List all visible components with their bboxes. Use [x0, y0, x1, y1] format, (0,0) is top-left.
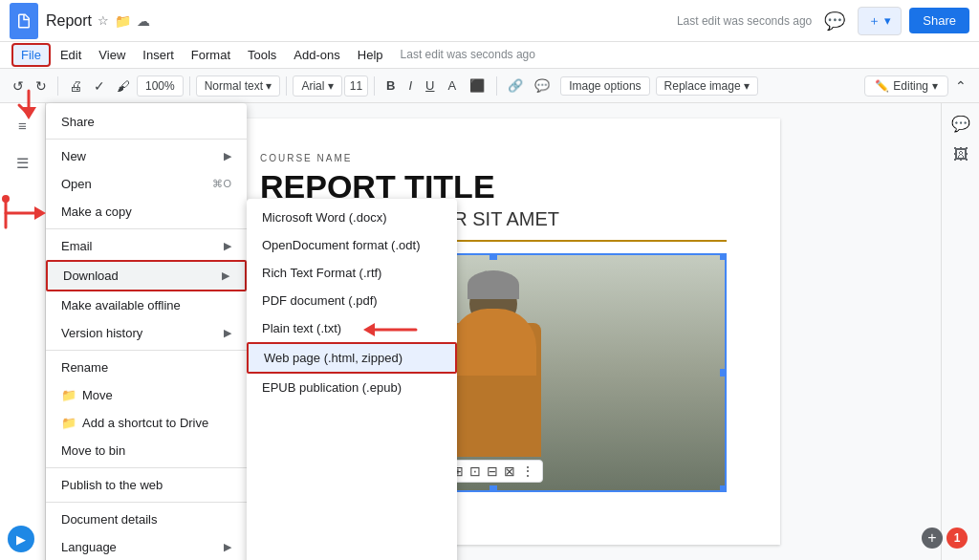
file-menu-item-new[interactable]: New▶	[46, 142, 247, 170]
share-label: Share	[61, 115, 95, 129]
underline-btn[interactable]: U	[420, 76, 440, 95]
img-align-right[interactable]: ⊟	[487, 463, 498, 479]
italic-btn[interactable]: I	[402, 76, 418, 95]
shortcut-icon: 📁	[61, 416, 76, 430]
toolbar-sep5	[496, 76, 497, 96]
menu-item-edit[interactable]: Edit	[53, 45, 89, 65]
arrow-file	[10, 86, 48, 127]
menu-item-insert[interactable]: Insert	[135, 45, 182, 65]
file-menu-item-share[interactable]: Share	[46, 108, 247, 136]
file-menu: Share New▶ Open⌘O Make a copy Email▶ Dow…	[46, 103, 247, 560]
file-menu-item-offline[interactable]: Make available offline	[46, 291, 247, 319]
toolbar-sep1	[57, 76, 58, 96]
meet-icon[interactable]: ▶	[8, 526, 34, 552]
top-bar: Report ☆ 📁 ☁ Last edit was seconds ago 💬…	[0, 0, 979, 42]
file-menu-item-open[interactable]: Open⌘O	[46, 170, 247, 198]
cloud-icon[interactable]: ☁	[137, 13, 150, 29]
toolbar-sep2	[189, 76, 190, 96]
file-menu-item-rename[interactable]: Rename	[46, 354, 247, 381]
right-sidebar: 💬 🖼	[941, 103, 979, 560]
svg-point-2	[2, 195, 10, 203]
font-size-select[interactable]: 11	[344, 75, 368, 97]
paint-format-icon[interactable]: 🖌	[112, 75, 135, 97]
svg-marker-3	[363, 323, 375, 336]
download-item-rtf[interactable]: Rich Text Format (.rtf)	[247, 259, 457, 287]
download-item-docx[interactable]: Microsoft Word (.docx)	[247, 204, 457, 231]
add-btn-chevron: ▾	[884, 13, 891, 28]
last-edit-text: Last edit was seconds ago	[677, 14, 812, 28]
file-menu-sep3	[46, 350, 247, 351]
bold-btn[interactable]: B	[381, 76, 401, 95]
spellcheck-icon[interactable]: ✓	[89, 75, 110, 97]
add-icon: ＋	[868, 12, 881, 30]
file-menu-item-bin[interactable]: Move to bin	[46, 437, 247, 464]
file-menu-item-language[interactable]: Language▶	[46, 533, 247, 560]
add-people-btn[interactable]: ＋ ▾	[858, 7, 902, 35]
fab-button[interactable]: +	[922, 528, 943, 549]
notification-badge: 1	[946, 528, 968, 549]
link-btn[interactable]: 🔗	[503, 76, 528, 95]
download-item-epub[interactable]: EPUB publication (.epub)	[247, 374, 457, 401]
file-menu-sep2	[46, 228, 247, 229]
sidebar-icon-outline[interactable]: ☰	[11, 151, 35, 176]
right-icon-comment[interactable]: 💬	[951, 115, 970, 133]
file-menu-sep1	[46, 139, 247, 140]
menu-item-file[interactable]: File	[11, 43, 51, 67]
zoom-select[interactable]: 100%	[137, 75, 184, 97]
handle-mr[interactable]	[720, 369, 727, 377]
arrow-download	[0, 194, 51, 232]
file-menu-item-publish[interactable]: Publish to the web	[46, 471, 247, 499]
handle-br[interactable]	[720, 485, 727, 492]
print-icon[interactable]: 🖨	[64, 75, 87, 97]
pencil-icon: ✏️	[875, 79, 889, 93]
doc-info: Report ☆ 📁 ☁	[46, 12, 150, 30]
img-align-center[interactable]: ⊡	[469, 463, 481, 479]
editing-label: Editing	[893, 79, 928, 93]
comment-icon-btn[interactable]: 💬	[819, 6, 850, 36]
handle-tr[interactable]	[720, 253, 727, 260]
file-menu-item-move[interactable]: 📁Move	[46, 381, 247, 409]
menu-item-addons[interactable]: Add-ons	[286, 45, 347, 65]
doc-icon	[10, 3, 38, 39]
normal-text-select[interactable]: Normal text ▾	[196, 75, 281, 97]
img-wrap[interactable]: ⊠	[504, 463, 515, 479]
file-menu-item-copy[interactable]: Make a copy	[46, 198, 247, 226]
menu-bar: File Edit View Insert Format Tools Add-o…	[0, 42, 979, 69]
color-btn[interactable]: A	[443, 76, 463, 95]
folder-icon[interactable]: 📁	[115, 13, 131, 29]
highlight-btn[interactable]: ⬛	[464, 76, 490, 95]
file-menu-item-email[interactable]: Email▶	[46, 232, 247, 260]
svg-marker-0	[21, 107, 36, 119]
file-menu-item-download[interactable]: Download▶	[46, 260, 247, 291]
editing-badge[interactable]: ✏️ Editing ▾	[864, 75, 948, 97]
download-item-pdf[interactable]: PDF document (.pdf)	[247, 287, 457, 314]
image-options-btn[interactable]: Image options	[560, 76, 649, 96]
star-icon[interactable]: ☆	[98, 13, 109, 28]
menu-item-view[interactable]: View	[91, 45, 133, 65]
toolbar: ↺ ↻ 🖨 ✓ 🖌 100% Normal text ▾ Arial ▾ 11 …	[0, 69, 979, 103]
menu-item-help[interactable]: Help	[350, 45, 391, 65]
font-select[interactable]: Arial ▾	[293, 75, 341, 97]
handle-bc[interactable]	[490, 485, 497, 492]
replace-image-btn[interactable]: Replace image ▾	[656, 76, 758, 96]
collapse-btn[interactable]: ⌃	[950, 76, 971, 96]
handle-tc[interactable]	[490, 253, 497, 260]
file-menu-item-details[interactable]: Document details	[46, 506, 247, 533]
download-submenu: Microsoft Word (.docx) OpenDocument form…	[247, 199, 457, 560]
img-more[interactable]: ⋮	[521, 463, 534, 479]
google-docs-icon	[15, 12, 33, 30]
toolbar-sep3	[286, 76, 287, 96]
share-button[interactable]: Share	[909, 8, 969, 33]
svg-marker-1	[34, 206, 46, 220]
download-item-odt[interactable]: OpenDocument format (.odt)	[247, 231, 457, 259]
menu-item-format[interactable]: Format	[184, 45, 238, 65]
editing-chevron: ▾	[932, 79, 938, 93]
file-menu-sep4	[46, 467, 247, 468]
comment-btn[interactable]: 💬	[530, 76, 555, 95]
file-menu-item-shortcut[interactable]: 📁Add a shortcut to Drive	[46, 409, 247, 437]
right-icon-image[interactable]: 🖼	[953, 146, 968, 163]
menu-item-tools[interactable]: Tools	[240, 45, 284, 65]
image-toolbar: ⊞ ⊡ ⊟ ⊠ ⋮	[444, 460, 543, 483]
file-menu-item-version[interactable]: Version history▶	[46, 319, 247, 347]
download-item-html[interactable]: Web page (.html, zipped)	[247, 342, 457, 374]
